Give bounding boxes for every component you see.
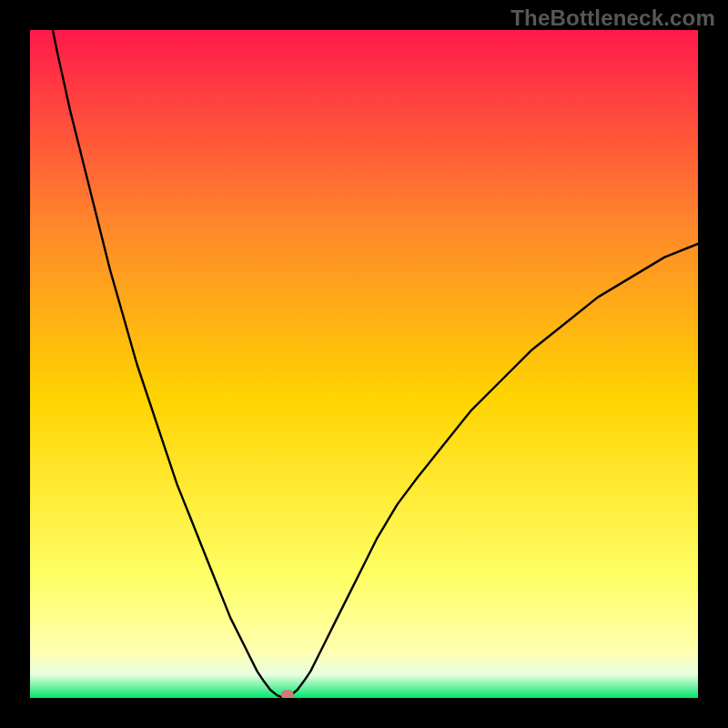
chart-svg	[30, 30, 698, 698]
optimal-marker	[281, 690, 294, 698]
svg-rect-0	[30, 30, 698, 698]
chart-frame: TheBottleneck.com	[0, 0, 728, 728]
plot-area	[30, 30, 698, 698]
watermark-text: TheBottleneck.com	[511, 5, 715, 31]
